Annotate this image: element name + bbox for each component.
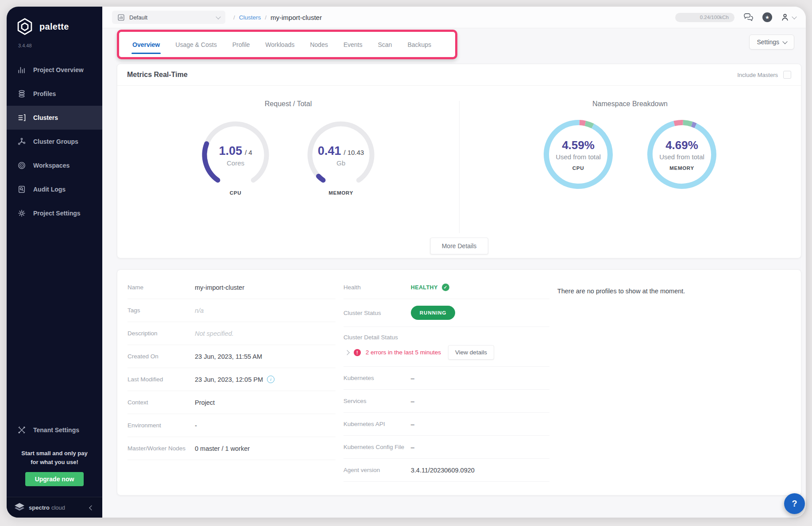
- detail-row-name: Name my-import-cluster: [128, 276, 336, 299]
- detail-row-context: Context Project: [128, 391, 336, 414]
- audit-icon: [17, 185, 26, 194]
- request-total-title: Request / Total: [117, 100, 459, 108]
- brand-name: palette: [39, 22, 69, 32]
- footer-brand: spectro cloud: [29, 504, 65, 511]
- network-icon: [17, 137, 26, 146]
- star-circle-icon[interactable]: ★: [762, 12, 772, 22]
- donuts-row: 4.59% Used from total CPU: [459, 119, 801, 190]
- help-button[interactable]: ?: [784, 493, 805, 514]
- namespace-breakdown-pane: Namespace Breakdown 4.59% Used from tota…: [459, 86, 801, 258]
- detail-row-kubernetes: Kubernetes –: [344, 367, 549, 390]
- sidebar-item-tenant-settings[interactable]: Tenant Settings: [7, 418, 102, 442]
- profiles-empty-message: There are no profiles to show at the mom…: [557, 276, 790, 482]
- sidebar-item-label: Audit Logs: [33, 186, 66, 193]
- sidebar-item-label: Project Settings: [33, 210, 81, 217]
- chart-icon: [17, 65, 26, 74]
- gear-icon: [17, 209, 26, 218]
- sidebar-item-audit-logs[interactable]: Audit Logs: [7, 177, 102, 201]
- sidebar-footer: spectro cloud: [7, 497, 102, 518]
- app-window: palette 3.4.48 Project Overview Profiles…: [7, 7, 806, 518]
- running-status-badge: RUNNING: [411, 306, 456, 320]
- page-content: Metrics Real-Time Include Masters Reques…: [102, 61, 806, 518]
- tools-icon: [17, 426, 26, 434]
- chevron-down-icon: [782, 39, 787, 44]
- namespace-breakdown-title: Namespace Breakdown: [459, 100, 801, 108]
- cpu-gauge: 1.05 / 4 Cores CPU: [197, 120, 275, 196]
- view-details-button[interactable]: View details: [448, 345, 494, 360]
- app-version: 3.4.48: [7, 36, 102, 48]
- memory-namespace-donut: 4.69% Used from total MEMORY: [646, 119, 718, 190]
- gauge-metric-label: MEMORY: [302, 190, 380, 196]
- user-icon: [781, 13, 789, 22]
- cluster-detail-status-label: Cluster Detail Status: [344, 327, 549, 341]
- palette-hexagon-logo-icon: [15, 17, 34, 36]
- upgrade-now-button[interactable]: Upgrade now: [25, 472, 84, 486]
- memory-gauge: 0.41 / 10.43 Gb MEMORY: [302, 120, 380, 196]
- sidebar-item-clusters[interactable]: Clusters: [7, 106, 102, 130]
- brand-logo-row: palette: [7, 7, 102, 36]
- user-menu[interactable]: [781, 13, 796, 22]
- mini-chart-icon: [117, 14, 125, 21]
- detail-row-last-modified: Last Modified 23 Jun, 2023, 12:05 PM i: [128, 368, 336, 391]
- sidebar-item-profiles[interactable]: Profiles: [7, 82, 102, 106]
- detail-row-tags: Tags n/a: [128, 299, 336, 322]
- chevron-right-icon[interactable]: [344, 350, 349, 355]
- tab-backups[interactable]: Backups: [406, 32, 432, 57]
- detail-row-services: Services –: [344, 390, 549, 413]
- vertical-divider: [459, 101, 460, 233]
- info-icon[interactable]: i: [267, 376, 275, 383]
- more-details-button[interactable]: More Details: [430, 238, 488, 254]
- chevron-down-icon: [216, 14, 220, 19]
- sidebar: palette 3.4.48 Project Overview Profiles…: [7, 7, 102, 518]
- sidebar-item-workspaces[interactable]: Workspaces: [7, 154, 102, 177]
- sidebar-spacer: [7, 225, 102, 418]
- upsell-promo-text: Start small and only pay for what you us…: [7, 449, 102, 466]
- sidebar-item-project-overview[interactable]: Project Overview: [7, 58, 102, 82]
- cluster-details-card: Name my-import-cluster Tags n/a Descript…: [117, 269, 801, 495]
- details-middle-column: Health HEALTHY ✓ Cluster Status RUNNING …: [344, 276, 549, 482]
- detail-row-environment: Environment -: [128, 414, 336, 437]
- detail-row-kubernetes-api: Kubernetes API –: [344, 413, 549, 436]
- error-badge-icon: !: [354, 349, 361, 356]
- cluster-tab-band: Overview Usage & Costs Profile Workloads…: [102, 28, 806, 61]
- tab-overview[interactable]: Overview: [131, 32, 161, 57]
- breadcrumb: / Clusters / my-import-cluster: [233, 14, 322, 21]
- health-status: HEALTHY ✓: [411, 284, 449, 291]
- tab-profile[interactable]: Profile: [232, 32, 251, 57]
- include-masters-label: Include Masters: [737, 72, 778, 78]
- sidebar-item-cluster-groups[interactable]: Cluster Groups: [7, 130, 102, 154]
- settings-button[interactable]: Settings: [749, 35, 794, 50]
- error-summary-text: 2 errors in the last 5 minutes: [366, 349, 441, 356]
- main-area: Default / Clusters / my-import-cluster 0…: [102, 7, 806, 518]
- details-left-column: Name my-import-cluster Tags n/a Descript…: [128, 276, 336, 482]
- cluster-detail-status-row: ! 2 errors in the last 5 minutes View de…: [344, 341, 549, 367]
- project-scope-selector[interactable]: Default: [112, 11, 225, 24]
- detail-row-description: Description Not specified.: [128, 322, 336, 345]
- layers-icon: [17, 89, 26, 98]
- include-masters-checkbox[interactable]: [783, 71, 791, 79]
- cpu-namespace-donut: 4.59% Used from total CPU: [542, 119, 614, 190]
- sidebar-item-project-settings[interactable]: Project Settings: [7, 201, 102, 225]
- tabs-annotation-highlight: Overview Usage & Costs Profile Workloads…: [117, 30, 457, 59]
- sidebar-item-label: Project Overview: [33, 66, 84, 73]
- topbar: Default / Clusters / my-import-cluster 0…: [102, 7, 806, 28]
- breadcrumb-clusters-link[interactable]: Clusters: [239, 14, 261, 21]
- tab-usage-costs[interactable]: Usage & Costs: [174, 32, 217, 57]
- sidebar-nav: Project Overview Profiles Clusters Clust…: [7, 58, 102, 225]
- sidebar-item-label: Workspaces: [33, 162, 70, 169]
- tab-events[interactable]: Events: [343, 32, 363, 57]
- metrics-title: Metrics Real-Time: [127, 71, 188, 79]
- tab-nodes[interactable]: Nodes: [309, 32, 329, 57]
- metrics-card-header: Metrics Real-Time Include Masters: [117, 64, 801, 86]
- tab-scan[interactable]: Scan: [377, 32, 393, 57]
- sidebar-item-label: Cluster Groups: [33, 138, 78, 145]
- detail-row-health: Health HEALTHY ✓: [344, 276, 549, 299]
- chat-icon[interactable]: [743, 12, 754, 23]
- spectro-cloud-logo-icon: [14, 503, 25, 512]
- sidebar-item-label: Clusters: [33, 114, 58, 121]
- clusters-icon: [17, 113, 26, 122]
- tab-workloads[interactable]: Workloads: [264, 32, 295, 57]
- scope-selector-value: Default: [129, 14, 147, 21]
- collapse-sidebar-icon[interactable]: [88, 502, 95, 513]
- detail-row-created-on: Created On 23 Jun, 2023, 11:55 AM: [128, 345, 336, 368]
